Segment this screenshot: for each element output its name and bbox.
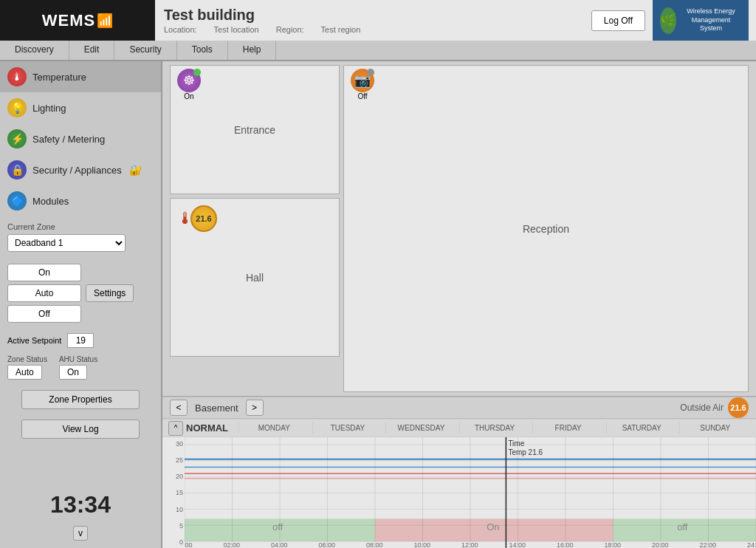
current-zone-section: Current Zone Deadband 1 <box>0 216 161 258</box>
wems-brand-text: Wireless Energy Management System <box>681 7 741 33</box>
zone-status-group: Zone Status Auto <box>7 355 47 380</box>
chart-day-friday: FRIDAY <box>532 422 603 434</box>
y-label: 15 <box>164 489 183 496</box>
sidebar-item-lighting[interactable]: 💡 Lighting <box>0 92 161 123</box>
sidebar-item-label-safety: Safety / Metering <box>32 134 105 145</box>
zone-auto-button[interactable]: Auto <box>7 284 81 302</box>
nav-item-tools[interactable]: Tools <box>177 41 228 60</box>
outside-temp-badge: 21.6 <box>728 397 749 418</box>
nav-item-security[interactable]: Security <box>114 41 176 60</box>
nav-prev-button[interactable]: < <box>170 400 188 416</box>
chart-day-sunday: SUNDAY <box>679 422 750 434</box>
sidebar-item-label-security: Security / Appliances <box>32 165 122 176</box>
nav-item-edit[interactable]: Edit <box>69 41 115 60</box>
zone-select[interactable]: Deadband 1 <box>7 234 126 252</box>
chart-body: 302520151050 <box>162 437 756 548</box>
main-layout: 🌡 Temperature 💡 Lighting ⚡ Safety / Mete… <box>0 61 756 548</box>
scroll-down-icon[interactable]: v <box>73 526 88 541</box>
camera-status-label: Off <box>357 92 367 100</box>
chart-scroll-up-button[interactable]: ^ <box>168 421 183 436</box>
view-log-button[interactable]: View Log <box>21 419 140 439</box>
building-name: Test building <box>164 7 575 24</box>
room-reception: Reception <box>343 65 749 392</box>
setpoint-input[interactable] <box>67 333 94 348</box>
region-label: Region: <box>276 25 304 34</box>
y-label: 5 <box>164 522 183 530</box>
outside-air-label: Outside Air <box>680 403 724 413</box>
outside-temp-value: 21.6 <box>730 403 746 412</box>
room-entrance-label: Entrance <box>234 124 275 136</box>
wems-brand: 🌿 Wireless Energy Management System <box>653 0 749 41</box>
region-value: Test region <box>321 25 361 34</box>
nav-item-discovery[interactable]: Discovery <box>0 41 69 60</box>
wifi-icon: 📶 <box>97 13 113 29</box>
temp-value: 21.6 <box>196 214 211 223</box>
temperature-icon: 🌡 <box>7 67 27 86</box>
zone-controls: On Auto Settings Off <box>0 258 161 329</box>
current-zone-label: Current Zone <box>7 222 154 231</box>
nav-item-help[interactable]: Help <box>228 41 277 60</box>
chart-nav-bar: < Basement > Outside Air 21.6 <box>162 397 756 419</box>
room-hall-label: Hall <box>246 272 264 284</box>
active-setpoint-label: Active Setpoint <box>7 336 61 345</box>
lighting-icon: 💡 <box>7 98 27 117</box>
time-display: 13:34 <box>0 484 161 526</box>
fan-status-label: On <box>184 92 193 100</box>
zone-off-button[interactable]: Off <box>7 305 81 323</box>
outside-air: Outside Air 21.6 <box>680 397 749 418</box>
sidebar-item-label-lighting: Lighting <box>32 103 66 114</box>
security-lock-icon: 🔐 <box>129 164 142 176</box>
zone-on-button[interactable]: On <box>7 264 81 281</box>
y-label: 0 <box>164 538 183 546</box>
zone-properties-button[interactable]: Zone Properties <box>21 390 140 409</box>
chart-day-saturday: SATURDAY <box>606 422 677 434</box>
chart-header: ^ NORMAL MONDAYTUESDAYWEDNESDAYTHURSDAYF… <box>162 419 756 437</box>
camera-status-dot <box>367 69 374 76</box>
chart-canvas <box>185 437 756 548</box>
wems-brand-icon: 🌿 <box>660 7 676 34</box>
zone-status-section: Zone Status Auto AHU Status On <box>0 352 161 383</box>
chart-area: ^ NORMAL MONDAYTUESDAYWEDNESDAYTHURSDAYF… <box>162 419 756 548</box>
zone-status-value: Auto <box>7 365 42 380</box>
fan-status-dot <box>193 69 201 76</box>
temp-reading[interactable]: 🌡 21.6 <box>177 205 217 232</box>
camera-device[interactable]: 📷 Off <box>351 69 374 100</box>
floor-plan-inner: Entrance Hall Reception ☸ On <box>170 65 749 392</box>
safety-icon: ⚡ <box>7 129 27 148</box>
logoff-button[interactable]: Log Off <box>591 10 645 31</box>
temp-badge: 21.6 <box>190 205 217 232</box>
floor-plan: Entrance Hall Reception ☸ On <box>162 61 756 397</box>
sidebar-item-modules[interactable]: 🔷 Modules <box>0 185 161 216</box>
location-value: Test location <box>214 25 259 34</box>
content-area: Entrance Hall Reception ☸ On <box>162 61 756 548</box>
sidebar-item-security[interactable]: 🔒 Security / Appliances 🔐 <box>0 154 161 185</box>
chart-day-tuesday: TUESDAY <box>312 422 383 434</box>
sidebar-item-label-modules: Modules <box>32 196 69 207</box>
ahu-status-value: On <box>59 365 87 380</box>
chart-mode: NORMAL <box>186 422 228 434</box>
active-setpoint-row: Active Setpoint <box>0 329 161 352</box>
sidebar-item-temperature[interactable]: 🌡 Temperature <box>0 61 161 92</box>
sidebar-item-safety[interactable]: ⚡ Safety / Metering <box>0 123 161 154</box>
y-axis: 302520151050 <box>162 437 185 548</box>
fan-device[interactable]: ☸ On <box>177 69 201 100</box>
settings-button[interactable]: Settings <box>86 284 134 302</box>
nav-next-button[interactable]: > <box>246 400 264 416</box>
nav-location: Basement <box>195 403 238 414</box>
building-meta: Location: Test location Region: Test reg… <box>164 25 575 34</box>
building-info: Test building Location: Test location Re… <box>155 0 584 41</box>
header: WEMS 📶 Test building Location: Test loca… <box>0 0 756 41</box>
sidebar-item-label-temperature: Temperature <box>32 72 86 83</box>
logo-text: WEMS <box>42 11 95 30</box>
y-label: 10 <box>164 506 183 513</box>
ahu-status-group: AHU Status On <box>59 355 97 380</box>
nav-bar: DiscoveryEditSecurityToolsHelp <box>0 41 756 61</box>
nav-bar-left: < Basement > <box>170 400 264 416</box>
ahu-status-label: AHU Status <box>59 355 97 363</box>
y-label: 30 <box>164 440 183 448</box>
chart-day-wednesday: WEDNESDAY <box>385 422 456 434</box>
chart-day-thursday: THURSDAY <box>459 422 530 434</box>
scroll-down-btn: v <box>0 526 161 541</box>
logo: WEMS 📶 <box>0 0 155 41</box>
sidebar: 🌡 Temperature 💡 Lighting ⚡ Safety / Mete… <box>0 61 162 548</box>
